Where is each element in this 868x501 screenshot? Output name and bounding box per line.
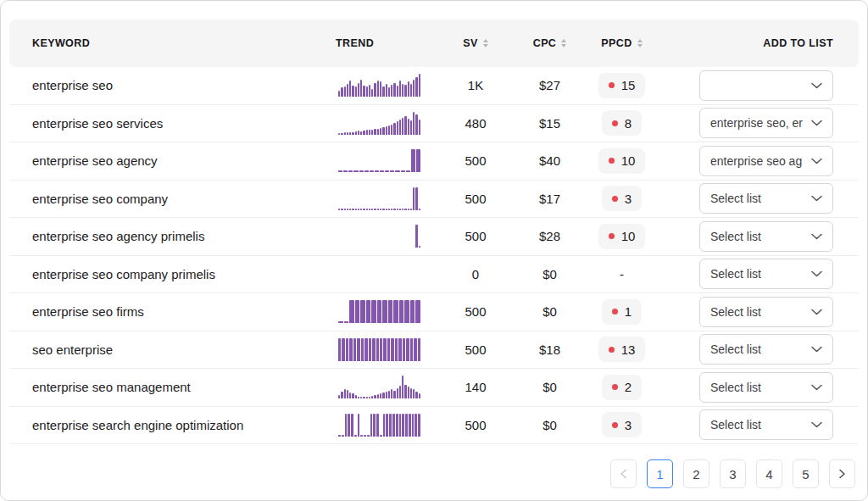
ppcd-value: 13 — [621, 342, 636, 357]
trend-bar — [386, 84, 387, 97]
trend-bar — [349, 209, 351, 210]
trend-bar — [419, 120, 420, 135]
sv-cell: 500 — [433, 342, 518, 357]
trend-bar — [344, 321, 349, 323]
trend-bar — [391, 389, 392, 398]
trend-bar — [393, 300, 398, 323]
trend-bar — [380, 338, 382, 361]
ppcd-badge: 8 — [602, 110, 642, 136]
trend-bar — [393, 391, 395, 398]
trend-bar — [414, 338, 416, 361]
trend-bar — [355, 300, 360, 323]
trend-sparkline — [338, 376, 420, 398]
keyword-cell: enterprise seo company — [9, 192, 336, 206]
pagination-page-3[interactable]: 3 — [720, 459, 746, 488]
keyword-cell: enterprise seo agency — [9, 153, 336, 168]
trend-cell — [336, 112, 433, 135]
trend-bar — [419, 393, 420, 398]
trend-bar — [338, 209, 340, 210]
chevron-left-icon — [620, 469, 627, 479]
trend-bar — [419, 209, 420, 210]
trend-bar — [338, 321, 343, 323]
trend-bar — [389, 414, 392, 437]
sort-icon — [637, 39, 643, 47]
add-to-list-select[interactable]: Select list — [699, 259, 833, 289]
pagination-page-5[interactable]: 5 — [793, 459, 819, 488]
trend-bar — [344, 132, 346, 134]
keyword-table-page: KEYWORD TREND SV CPC PPCD ADD TO LIST en… — [0, 0, 868, 501]
ppcd-value: 15 — [621, 78, 636, 92]
trend-bar — [408, 81, 409, 97]
column-header-label: ADD TO LIST — [763, 37, 833, 49]
trend-bar — [399, 300, 404, 323]
column-header-ppcd[interactable]: PPCD — [581, 37, 662, 49]
pagination-page-2[interactable]: 2 — [683, 459, 709, 488]
trend-bar — [358, 83, 359, 97]
pagination-prev-button[interactable] — [610, 459, 637, 488]
ppcd-dot-icon — [609, 82, 615, 88]
trend-bar — [402, 376, 403, 398]
keyword-cell: enterprise seo management — [9, 380, 336, 394]
trend-bar — [338, 91, 340, 97]
cpc-cell: $0 — [518, 267, 581, 281]
trend-sparkline — [338, 414, 420, 437]
trend-bar — [348, 414, 350, 437]
add-to-list-select[interactable]: Select list — [699, 334, 833, 365]
keyword-cell: enterprise search engine optimization — [9, 418, 336, 432]
table-row: seo enterprise 500 $18 13 Select list — [9, 331, 859, 370]
trend-bar — [410, 209, 412, 210]
add-to-list-select[interactable]: enterprise seo, er — [699, 108, 833, 138]
column-header-cpc[interactable]: CPC — [518, 37, 581, 49]
trend-bar — [406, 338, 409, 361]
trend-bar — [413, 187, 415, 210]
add-to-list-select[interactable] — [699, 70, 833, 101]
ppcd-dot-icon — [609, 347, 615, 353]
trend-bar — [355, 131, 357, 135]
trend-bar — [338, 133, 340, 135]
add-to-list-select[interactable]: enterprise seo ag — [699, 146, 833, 176]
trend-bar — [397, 86, 398, 97]
ppcd-value: 2 — [625, 380, 632, 394]
chevron-down-icon — [811, 82, 822, 89]
add-to-list-select[interactable]: Select list — [699, 183, 833, 214]
pagination-next-button[interactable] — [829, 459, 855, 488]
trend-bar — [410, 300, 415, 323]
trend-bar — [383, 338, 386, 361]
add-to-list-select[interactable]: Select list — [699, 221, 833, 252]
trend-bar — [347, 390, 348, 398]
trend-bar — [404, 209, 406, 210]
trend-bar — [360, 300, 365, 323]
column-header-sv[interactable]: SV — [433, 37, 518, 49]
add-to-list-select[interactable]: Select list — [699, 297, 833, 327]
trend-bar — [344, 209, 346, 210]
trend-bar — [391, 125, 392, 135]
sv-cell: 500 — [433, 304, 518, 319]
column-header-label: CPC — [533, 37, 557, 49]
select-value: enterprise seo ag — [710, 154, 802, 168]
trend-bar — [363, 209, 364, 210]
pagination-page-1[interactable]: 1 — [647, 459, 673, 488]
trend-bar — [377, 394, 379, 398]
trend-bar — [377, 209, 379, 210]
trend-bar — [395, 170, 399, 172]
trend-bar — [360, 435, 363, 437]
trend-bar — [398, 338, 401, 361]
trend-bar — [382, 86, 384, 97]
pagination-page-4[interactable]: 4 — [756, 459, 782, 488]
trend-bar — [369, 338, 371, 361]
trend-bar — [386, 126, 387, 135]
trend-sparkline — [338, 112, 420, 135]
trend-bar — [347, 209, 348, 210]
trend-bar — [415, 187, 417, 210]
trend-bar — [380, 81, 381, 97]
cpc-cell: $28 — [518, 229, 581, 243]
trend-bar — [408, 387, 409, 399]
ppcd-dot-icon — [612, 309, 618, 315]
trend-bar — [401, 170, 405, 172]
trend-bar — [374, 129, 376, 134]
add-to-list-select[interactable]: Select list — [699, 409, 833, 440]
chevron-down-icon — [811, 158, 822, 164]
trend-bar — [416, 149, 420, 172]
ppcd-value: 3 — [625, 192, 632, 206]
add-to-list-select[interactable]: Select list — [699, 372, 833, 403]
